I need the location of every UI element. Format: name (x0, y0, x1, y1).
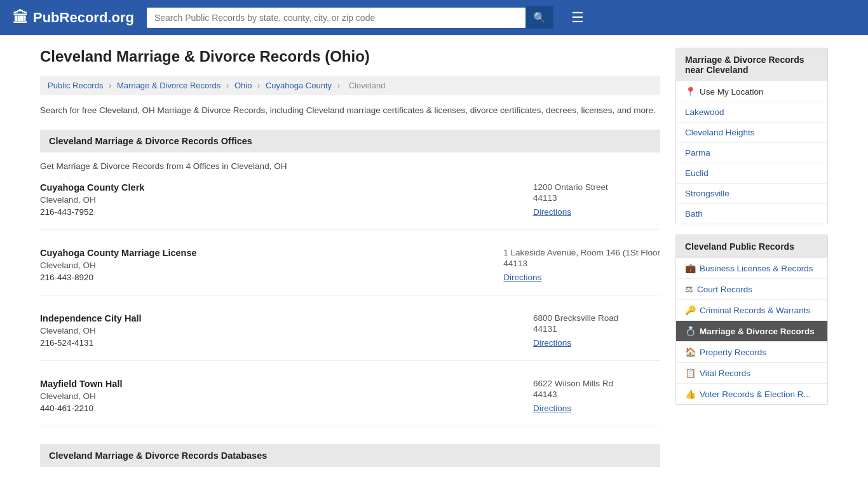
office-zip-2: 44113 (503, 259, 660, 268)
logo-icon: 🏛 (13, 9, 28, 27)
sidebar-property-records[interactable]: 🏠 Property Records (676, 342, 827, 363)
office-address-1: 1200 Ontario Street (533, 182, 660, 192)
offices-section-desc: Get Marriage & Divorce Records from 4 Of… (40, 161, 660, 171)
search-button[interactable]: 🔍 (526, 6, 553, 29)
directions-link-2[interactable]: Directions (503, 273, 541, 282)
office-city-2: Cleveland, OH (40, 261, 197, 270)
search-icon: 🔍 (533, 12, 546, 23)
breadcrumb-marriage-divorce[interactable]: Marriage & Divorce Records (117, 81, 220, 90)
office-entry-2: Cuyahoga County Marriage License Clevela… (40, 248, 660, 295)
logo[interactable]: 🏛 PubRecord.org (13, 9, 134, 27)
nearby-euclid[interactable]: Euclid (676, 163, 827, 184)
main-container: Cleveland Marriage & Divorce Records (Oh… (21, 35, 847, 488)
office-name-2: Cuyahoga County Marriage License (40, 248, 197, 258)
menu-button[interactable]: ☰ (571, 10, 584, 26)
office-phone-2: 216-443-8920 (40, 273, 197, 282)
sidebar-business-label: Business Licenses & Records (700, 264, 813, 273)
nearby-lakewood[interactable]: Lakewood (676, 102, 827, 123)
rings-icon: 💍 (685, 326, 696, 336)
sidebar-vital-records[interactable]: 📋 Vital Records (676, 363, 827, 384)
office-address-2: 1 Lakeside Avenue, Room 146 (1St Floor (503, 248, 660, 257)
offices-section-header: Cleveland Marriage & Divorce Records Off… (40, 130, 660, 152)
thumbsup-icon: 👍 (685, 389, 696, 399)
breadcrumb-current: Cleveland (349, 81, 386, 90)
sidebar-marriage-divorce[interactable]: 💍 Marriage & Divorce Records (676, 321, 827, 342)
office-zip-1: 44113 (533, 193, 660, 203)
breadcrumb: Public Records › Marriage & Divorce Reco… (40, 76, 660, 95)
sidebar-marriage-label: Marriage & Divorce Records (700, 327, 815, 336)
office-right-3: 6800 Brecksville Road 44131 Directions (533, 313, 660, 348)
directions-link-3[interactable]: Directions (533, 338, 571, 348)
directions-link-4[interactable]: Directions (533, 403, 571, 413)
nearby-title: Marriage & Divorce Records near Clevelan… (676, 48, 827, 81)
sidebar-court-records[interactable]: ⚖ Court Records (676, 279, 827, 300)
office-left-1: Cuyahoga County Clerk Cleveland, OH 216-… (40, 182, 144, 217)
breadcrumb-public-records[interactable]: Public Records (48, 81, 103, 90)
sidebar: Marriage & Divorce Records near Clevelan… (675, 48, 828, 476)
nearby-parma[interactable]: Parma (676, 143, 827, 163)
nearby-box: Marriage & Divorce Records near Clevelan… (675, 48, 828, 224)
sidebar-vital-label: Vital Records (700, 369, 750, 378)
databases-section-header: Cleveland Marriage & Divorce Records Dat… (40, 444, 660, 467)
scales-icon: ⚖ (685, 284, 693, 294)
office-name-1: Cuyahoga County Clerk (40, 182, 144, 193)
main-content: Cleveland Marriage & Divorce Records (Oh… (40, 48, 660, 476)
site-header: 🏛 PubRecord.org 🔍 ☰ (0, 0, 868, 35)
office-city-1: Cleveland, OH (40, 195, 144, 205)
location-pin-icon: 📍 (685, 86, 696, 97)
office-entry-4: Mayfield Town Hall Cleveland, OH 440-461… (40, 379, 660, 426)
nearby-strongsville[interactable]: Strongsville (676, 184, 827, 204)
sidebar-business-licenses[interactable]: 💼 Business Licenses & Records (676, 258, 827, 279)
sidebar-voter-label: Voter Records & Election R... (700, 390, 811, 399)
sidebar-voter-records[interactable]: 👍 Voter Records & Election R... (676, 384, 827, 404)
office-left-2: Cuyahoga County Marriage License Clevela… (40, 248, 197, 282)
sidebar-court-label: Court Records (697, 285, 752, 294)
page-title: Cleveland Marriage & Divorce Records (Oh… (40, 48, 660, 65)
logo-text: PubRecord.org (33, 10, 134, 26)
office-city-4: Cleveland, OH (40, 391, 122, 401)
nearby-bath[interactable]: Bath (676, 204, 827, 224)
sidebar-criminal-records[interactable]: 🔑 Criminal Records & Warrants (676, 300, 827, 321)
office-name-4: Mayfield Town Hall (40, 379, 122, 389)
search-bar: 🔍 (147, 6, 553, 29)
directions-link-1[interactable]: Directions (533, 207, 571, 217)
menu-icon: ☰ (571, 10, 584, 25)
office-left-3: Independence City Hall Cleveland, OH 216… (40, 313, 142, 348)
sidebar-criminal-label: Criminal Records & Warrants (700, 306, 810, 315)
office-left-4: Mayfield Town Hall Cleveland, OH 440-461… (40, 379, 122, 413)
office-entry-1: Cuyahoga County Clerk Cleveland, OH 216-… (40, 182, 660, 230)
office-phone-3: 216-524-4131 (40, 338, 142, 348)
key-icon: 🔑 (685, 305, 696, 315)
use-my-location-label: Use My Location (700, 87, 764, 97)
home-icon: 🏠 (685, 347, 696, 357)
office-address-4: 6622 Wilson Mills Rd (533, 379, 660, 388)
nearby-cleveland-heights[interactable]: Cleveland Heights (676, 123, 827, 143)
office-right-2: 1 Lakeside Avenue, Room 146 (1St Floor 4… (503, 248, 660, 282)
office-zip-3: 44131 (533, 324, 660, 334)
office-name-3: Independence City Hall (40, 313, 142, 323)
office-address-3: 6800 Brecksville Road (533, 313, 660, 323)
breadcrumb-cuyahoga[interactable]: Cuyahoga County (266, 81, 332, 90)
office-right-4: 6622 Wilson Mills Rd 44143 Directions (533, 379, 660, 413)
page-description: Search for free Cleveland, OH Marriage &… (40, 104, 660, 117)
clipboard-icon: 📋 (685, 368, 696, 378)
sidebar-property-label: Property Records (700, 348, 766, 357)
office-phone-4: 440-461-2210 (40, 403, 122, 413)
search-input[interactable] (147, 8, 526, 28)
use-my-location[interactable]: 📍 Use My Location (676, 81, 827, 102)
office-phone-1: 216-443-7952 (40, 207, 144, 217)
office-entry-3: Independence City Hall Cleveland, OH 216… (40, 313, 660, 361)
public-records-box: Cleveland Public Records 💼 Business Lice… (675, 234, 828, 405)
briefcase-icon: 💼 (685, 263, 696, 273)
office-city-3: Cleveland, OH (40, 326, 142, 336)
office-right-1: 1200 Ontario Street 44113 Directions (533, 182, 660, 217)
office-zip-4: 44143 (533, 390, 660, 399)
public-records-title: Cleveland Public Records (676, 235, 827, 258)
breadcrumb-ohio[interactable]: Ohio (234, 81, 252, 90)
